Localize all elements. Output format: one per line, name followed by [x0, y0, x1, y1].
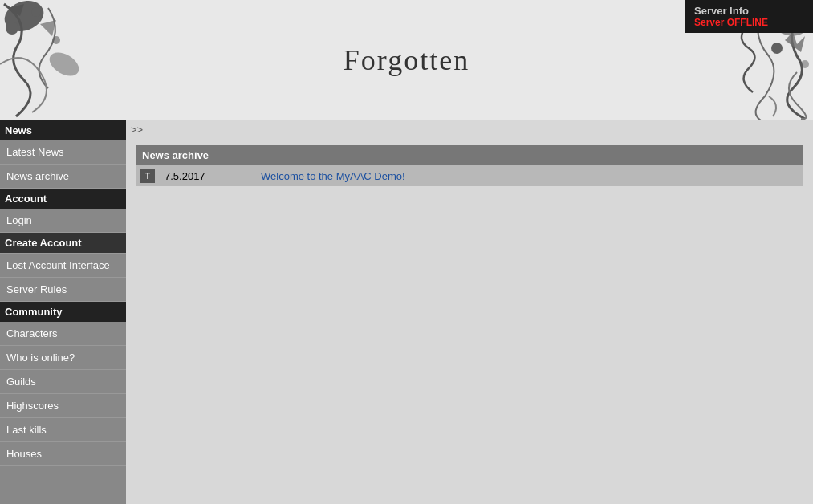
sidebar-item-create-account[interactable]: Create Account [0, 233, 126, 254]
sidebar-section-news: News [0, 120, 126, 140]
sidebar-item-server-rules[interactable]: Server Rules [0, 278, 126, 302]
sidebar-section-account: Account [0, 189, 126, 209]
corner-decoration-left [0, 0, 128, 120]
main-content: >> News archive T 7.5.2017 Welcome to th… [126, 120, 813, 504]
news-archive-section: News archive T 7.5.2017 Welcome to the M… [136, 145, 803, 186]
sidebar-item-latest-news[interactable]: Latest News [0, 140, 126, 165]
svg-point-7 [801, 60, 809, 68]
news-title-cell[interactable]: Welcome to the MyAAC Demo! [256, 165, 803, 186]
sidebar-item-news-archive[interactable]: News archive [0, 165, 126, 189]
news-date: 7.5.2017 [160, 165, 256, 186]
sidebar-item-highscores[interactable]: Highscores [0, 394, 126, 418]
sidebar-item-houses[interactable]: Houses [0, 442, 126, 466]
svg-point-4 [52, 36, 60, 44]
header: Forgotten Server Info Server OFFLINE [0, 0, 813, 120]
main-layout: News Latest News News archive Account Lo… [0, 120, 813, 504]
site-title: Forgotten [343, 43, 470, 77]
news-archive-header: News archive [136, 145, 803, 165]
news-type-icon: T [140, 169, 155, 183]
server-status: Server OFFLINE [694, 17, 803, 28]
news-icon-cell: T [136, 165, 160, 186]
news-archive-table: T 7.5.2017 Welcome to the MyAAC Demo! [136, 165, 803, 186]
sidebar: News Latest News News archive Account Lo… [0, 120, 126, 504]
sidebar-item-lost-account[interactable]: Lost Account Interface [0, 254, 126, 278]
server-info-label: Server Info [694, 5, 803, 17]
news-title-link[interactable]: Welcome to the MyAAC Demo! [261, 170, 405, 182]
sidebar-section-community: Community [0, 302, 126, 322]
table-row: T 7.5.2017 Welcome to the MyAAC Demo! [136, 165, 803, 186]
svg-point-3 [46, 48, 83, 81]
svg-point-1 [6, 22, 18, 35]
server-info-panel: Server Info Server OFFLINE [685, 0, 813, 33]
sidebar-item-guilds[interactable]: Guilds [0, 370, 126, 394]
svg-point-6 [771, 43, 783, 54]
sidebar-item-characters[interactable]: Characters [0, 322, 126, 346]
breadcrumb: >> [126, 120, 813, 139]
sidebar-item-who-is-online[interactable]: Who is online? [0, 346, 126, 370]
sidebar-item-last-kills[interactable]: Last kills [0, 418, 126, 442]
svg-point-2 [31, 7, 41, 17]
sidebar-item-login[interactable]: Login [0, 209, 126, 233]
